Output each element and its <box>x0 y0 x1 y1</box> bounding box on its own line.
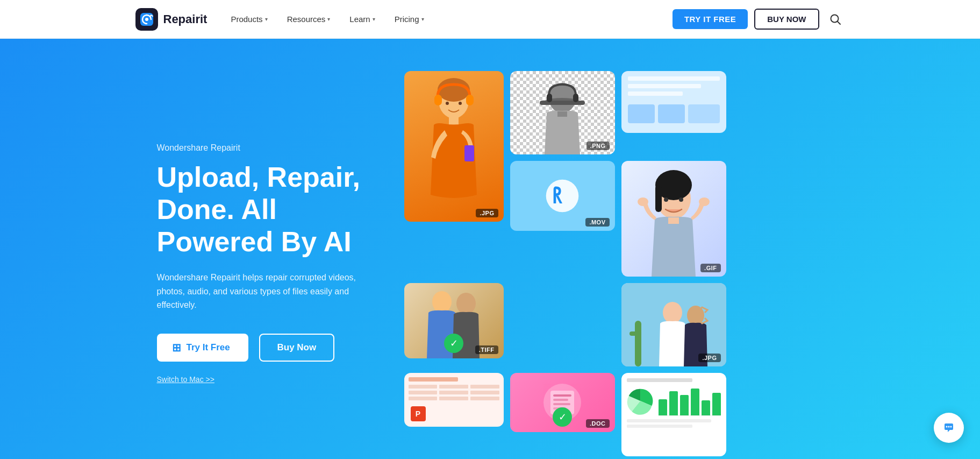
media-card-tiff-people: ✓ .TIFF <box>404 283 504 358</box>
svg-rect-15 <box>547 94 552 102</box>
svg-point-1 <box>145 18 148 21</box>
svg-rect-14 <box>557 111 567 117</box>
check-badge-tiff: ✓ <box>444 334 463 353</box>
nav-links: Products ▾ Resources ▾ Learn ▾ Pricing ▾ <box>222 10 668 28</box>
hero-section: Wondershare Repairit Upload, Repair, Don… <box>0 39 980 459</box>
windows-icon: ⊞ <box>172 341 181 354</box>
svg-point-17 <box>432 291 452 313</box>
svg-point-18 <box>456 293 476 314</box>
check-badge-doc: ✓ <box>553 407 572 427</box>
svg-rect-9 <box>464 145 474 161</box>
chevron-down-icon: ▾ <box>421 16 424 22</box>
svg-rect-6 <box>434 95 442 105</box>
svg-point-5 <box>438 78 470 102</box>
logo-text: Repairit <box>163 12 208 26</box>
chevron-down-icon: ▾ <box>373 16 375 22</box>
nav-item-products[interactable]: Products ▾ <box>222 10 276 28</box>
buy-now-nav-button[interactable]: BUY NOW <box>754 9 819 30</box>
card-label-jpg: .JPG <box>476 209 498 217</box>
media-card-jpg-friends: .JPG <box>621 283 726 366</box>
svg-rect-32 <box>553 403 570 405</box>
media-card-spreadsheet-orange: P <box>404 373 504 427</box>
card-label-mov: .MOV <box>585 218 609 227</box>
svg-point-10 <box>446 102 449 105</box>
svg-point-19 <box>546 180 579 213</box>
svg-rect-7 <box>466 95 474 105</box>
svg-rect-13 <box>540 101 585 105</box>
media-card-jpg-girl: .JPG <box>404 71 504 222</box>
logo-link[interactable]: Repairit <box>135 8 208 31</box>
hero-title: Upload, Repair, Done. All Powered By AI <box>157 161 383 258</box>
media-card-png-person: .PNG <box>510 71 615 154</box>
svg-rect-31 <box>553 399 568 401</box>
navbar: Repairit Products ▾ Resources ▾ Learn ▾ … <box>0 0 980 39</box>
svg-rect-8 <box>449 117 459 125</box>
svg-point-11 <box>459 102 462 105</box>
media-card-chart-doc <box>621 373 726 456</box>
card-label-gif: .GIF <box>700 264 720 272</box>
hero-media-grid: .JPG .PNG <box>404 71 824 456</box>
svg-point-26 <box>664 197 668 202</box>
svg-point-27 <box>679 197 683 202</box>
svg-rect-35 <box>635 321 641 366</box>
hero-left: Wondershare Repairit Upload, Repair, Don… <box>157 143 383 384</box>
hero-buttons: ⊞ Try It Free Buy Now <box>157 334 383 362</box>
svg-point-41 <box>946 426 948 428</box>
svg-rect-30 <box>553 394 571 397</box>
hero-subtitle: Wondershare Repairit <box>157 143 383 153</box>
svg-point-25 <box>699 197 710 206</box>
nav-actions: TRY IT FREE BUY NOW <box>673 9 845 30</box>
chat-widget-button[interactable] <box>934 413 964 443</box>
chevron-down-icon: ▾ <box>327 16 330 22</box>
svg-point-37 <box>663 302 682 323</box>
svg-point-24 <box>638 197 648 206</box>
card-label-doc: .DOC <box>586 419 610 428</box>
svg-point-42 <box>948 426 950 428</box>
svg-rect-22 <box>655 185 662 212</box>
nav-item-learn[interactable]: Learn ▾ <box>341 10 383 28</box>
try-it-free-nav-button[interactable]: TRY IT FREE <box>673 9 748 29</box>
logo-icon <box>135 8 158 31</box>
hero-description: Wondershare Repairit helps repair corrup… <box>157 271 383 312</box>
card-label-jpg-friends: .JPG <box>698 354 720 362</box>
media-card-mov-spinner: .MOV <box>510 161 615 231</box>
media-card-gif-woman: .GIF <box>621 161 726 277</box>
svg-rect-36 <box>630 331 641 336</box>
buy-now-hero-button[interactable]: Buy Now <box>259 334 335 362</box>
search-button[interactable] <box>826 10 845 29</box>
media-card-blue-doc <box>621 71 726 133</box>
card-label-png: .PNG <box>586 142 610 150</box>
chevron-down-icon: ▾ <box>265 16 268 22</box>
svg-line-3 <box>837 21 840 24</box>
media-card-doc-pink: ✓ .DOC <box>510 373 615 432</box>
svg-rect-23 <box>668 217 679 224</box>
svg-point-43 <box>950 426 952 428</box>
nav-item-resources[interactable]: Resources ▾ <box>278 10 339 28</box>
nav-item-pricing[interactable]: Pricing ▾ <box>386 10 433 28</box>
switch-to-mac-link[interactable]: Switch to Mac >> <box>157 375 214 384</box>
svg-rect-16 <box>573 94 578 102</box>
try-it-free-hero-button[interactable]: ⊞ Try It Free <box>157 334 248 362</box>
card-label-tiff: .TIFF <box>475 345 498 354</box>
